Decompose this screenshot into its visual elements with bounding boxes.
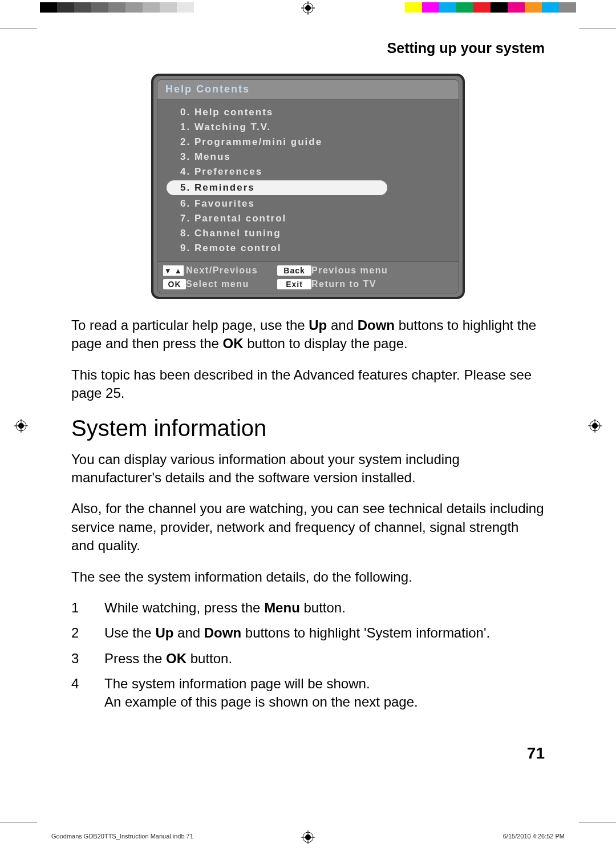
color-swatch	[422, 2, 439, 13]
step-text: Press the OK button.	[104, 650, 545, 668]
color-swatch	[125, 2, 143, 13]
color-swatch	[40, 2, 57, 13]
color-bar-grayscale	[40, 2, 211, 13]
menu-list: 0. Help contents1. Watching T.V.2. Progr…	[157, 99, 459, 261]
menu-item: 3. Menus	[157, 150, 459, 164]
menu-item: 4. Preferences	[157, 164, 459, 179]
footer-filename: Goodmans GDB20TTS_Instruction Manual.ind…	[51, 833, 193, 840]
registration-mark-right	[588, 419, 602, 433]
step-number: 1	[71, 599, 104, 617]
page-content: Setting up your system Help Contents 0. …	[71, 40, 545, 719]
step-item: 4The system information page will be sho…	[71, 675, 545, 712]
crop-mark	[579, 822, 616, 822]
step-item: 2Use the Up and Down buttons to highligh…	[71, 624, 545, 642]
section-heading: System information	[71, 416, 545, 441]
menu-item: 9. Remote control	[157, 241, 459, 256]
ok-key: OK	[163, 279, 186, 289]
color-swatch	[194, 2, 211, 13]
registration-mark-left	[14, 419, 28, 433]
ok-label: Select menu	[186, 279, 277, 289]
menu-footer: ▼▲ Next/Previous Back Previous menu OK S…	[157, 261, 459, 293]
menu-item: 5. Reminders	[167, 180, 387, 195]
arrows-label: Next/Previous	[186, 265, 277, 276]
color-bar-colors	[405, 2, 576, 13]
color-swatch	[473, 2, 491, 13]
color-swatch	[559, 2, 576, 13]
color-swatch	[508, 2, 525, 13]
color-swatch	[491, 2, 508, 13]
color-swatch	[439, 2, 456, 13]
menu-item: 8. Channel tuning	[157, 226, 459, 241]
color-swatch	[74, 2, 91, 13]
menu-item: 2. Programme/mini guide	[157, 135, 459, 150]
color-swatch	[456, 2, 473, 13]
page-number: 71	[527, 744, 545, 763]
color-swatch	[143, 2, 160, 13]
step-number: 4	[71, 675, 104, 712]
step-text: While watching, press the Menu button.	[104, 599, 545, 617]
chapter-title: Setting up your system	[71, 40, 545, 57]
color-swatch	[405, 2, 422, 13]
paragraph: To read a particular help page, use the …	[71, 316, 545, 353]
menu-item: 1. Watching T.V.	[157, 120, 459, 135]
color-swatch	[108, 2, 125, 13]
step-item: 3Press the OK button.	[71, 650, 545, 668]
exit-label: Return to TV	[311, 279, 453, 289]
paragraph: You can display various information abou…	[71, 450, 545, 487]
back-label: Previous menu	[311, 265, 453, 276]
color-swatch	[160, 2, 177, 13]
menu-item: 6. Favourites	[157, 196, 459, 211]
color-swatch	[177, 2, 194, 13]
crop-mark	[0, 29, 37, 29]
step-number: 3	[71, 650, 104, 668]
paragraph: Also, for the channel you are watching, …	[71, 499, 545, 555]
step-number: 2	[71, 624, 104, 642]
color-swatch	[57, 2, 74, 13]
color-swatch	[542, 2, 559, 13]
step-list: 1While watching, press the Menu button.2…	[71, 599, 545, 712]
crop-mark	[0, 822, 37, 822]
color-swatch	[525, 2, 542, 13]
step-text: Use the Up and Down buttons to highlight…	[104, 624, 545, 642]
registration-mark-top	[301, 1, 315, 15]
footer-timestamp: 6/15/2010 4:26:52 PM	[503, 833, 565, 840]
step-item: 1While watching, press the Menu button.	[71, 599, 545, 617]
color-swatch	[91, 2, 108, 13]
menu-item: 0. Help contents	[157, 105, 459, 120]
exit-key: Exit	[277, 279, 311, 289]
paragraph: The see the system information details, …	[71, 568, 545, 586]
menu-item: 7. Parental control	[157, 211, 459, 226]
registration-mark-bottom	[301, 830, 315, 844]
paragraph: This topic has been described in the Adv…	[71, 366, 545, 403]
arrow-keys-icon: ▼▲	[163, 265, 186, 276]
crop-mark	[579, 29, 616, 29]
back-key: Back	[277, 265, 311, 276]
tv-menu-screenshot: Help Contents 0. Help contents1. Watchin…	[151, 74, 465, 299]
menu-title: Help Contents	[157, 80, 459, 99]
step-text: The system information page will be show…	[104, 675, 545, 712]
